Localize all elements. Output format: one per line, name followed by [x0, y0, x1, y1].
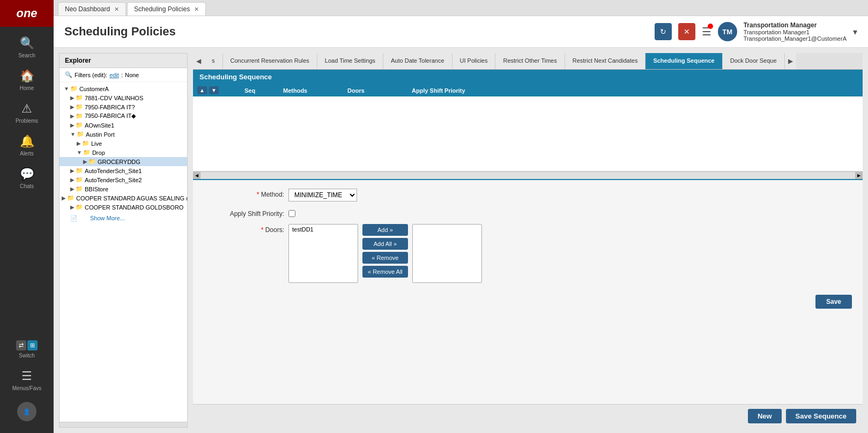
- expand-austin[interactable]: ▼: [70, 131, 76, 137]
- seq-sort-down-btn[interactable]: ▼: [209, 86, 219, 94]
- scroll-right-btn[interactable]: ▶: [855, 172, 863, 179]
- folder-icon-cooper2: 📁: [76, 204, 83, 211]
- sidebar-item-problems[interactable]: ⚠ Problems: [0, 96, 54, 129]
- sidebar-item-home[interactable]: 🏠 Home: [0, 64, 54, 96]
- tree-item-cooper1[interactable]: ▶ 📁 COOPER STANDARD AGUAS SEALING (:: [60, 193, 187, 203]
- seq-sort-up-btn[interactable]: ▲: [197, 86, 207, 94]
- sidebar-item-user-avatar[interactable]: 👤: [0, 397, 54, 427]
- h-scroll-track[interactable]: [201, 172, 855, 179]
- sidebar-item-switch[interactable]: ⇄ ⊞ Switch: [0, 335, 54, 364]
- tree-item-customerA[interactable]: ▼ 📁 CustomerA: [60, 84, 187, 93]
- expand-7881[interactable]: ▶: [70, 95, 75, 101]
- expand-autotender1[interactable]: ▶: [70, 168, 75, 174]
- tab-scheduling-policies[interactable]: Scheduling Policies ✕: [127, 2, 206, 16]
- tab-arrow-left[interactable]: ◀: [193, 53, 204, 69]
- add-all-button[interactable]: Add All »: [362, 238, 408, 250]
- tree-item-showmore[interactable]: 📄 Show More...: [60, 212, 187, 225]
- sidebar-item-menus[interactable]: ☰ Menus/Favs: [0, 364, 54, 397]
- expand-groceryddg[interactable]: ▶: [83, 159, 87, 165]
- doors-label-text: Doors:: [265, 226, 284, 234]
- tree-item-7950it2[interactable]: ▶ 📁 7950-FABRICA IT◆: [60, 111, 187, 121]
- right-panel: ◀ s Concurrent Reservation Rules Load Ti…: [193, 53, 863, 428]
- expand-customerA[interactable]: ▼: [64, 86, 69, 92]
- tab-load-time[interactable]: Load Time Settings: [317, 53, 383, 69]
- tab-auto-date[interactable]: Auto Date Tolerance: [383, 53, 452, 69]
- folder-icon-drop: 📁: [83, 149, 91, 156]
- save-sequence-button[interactable]: Save Sequence: [786, 409, 856, 423]
- menus-icon: ☰: [21, 369, 32, 383]
- show-more-label[interactable]: Show More...: [79, 213, 136, 223]
- tree-item-autotender2[interactable]: ▶ 📁 AutoTenderSch_Site2: [60, 175, 187, 184]
- shift-priority-checkbox[interactable]: [288, 210, 295, 217]
- tree-item-7881[interactable]: ▶ 📁 7881-CDV VALINHOS: [60, 93, 187, 102]
- search-icon: 🔍: [20, 36, 34, 50]
- tab-restrict-other[interactable]: Restrict Other Times: [495, 53, 565, 69]
- folder-icon-7950it2: 📁: [76, 113, 83, 120]
- browser-tabs: Neo Dashboard ✕ Scheduling Policies ✕: [54, 0, 868, 16]
- tab-scheduling-seq[interactable]: Scheduling Sequence: [646, 53, 722, 69]
- tab-arrow-right[interactable]: ▶: [785, 53, 796, 69]
- user-bottom-avatar: 👤: [17, 402, 36, 421]
- sidebar-bottom: ⇄ ⊞ Switch ☰ Menus/Favs 👤: [0, 335, 54, 433]
- tree-item-aownsite1[interactable]: ▶ 📁 AOwnSite1: [60, 121, 187, 130]
- expand-aownsite1[interactable]: ▶: [70, 122, 75, 128]
- tab-neo-dashboard[interactable]: Neo Dashboard ✕: [58, 2, 126, 16]
- expand-drop[interactable]: ▼: [77, 150, 82, 155]
- folder-icon-autotender2: 📁: [76, 176, 83, 183]
- explorer-scroll[interactable]: [60, 422, 187, 427]
- tree-item-bbistore[interactable]: ▶ 📁 BBIStore: [60, 184, 187, 193]
- tree-label-live: Live: [91, 140, 102, 147]
- form-save-button[interactable]: Save: [815, 295, 852, 309]
- tree-item-groceryddg[interactable]: ▶ 📁 GROCERYDDG: [60, 157, 187, 166]
- remove-all-button[interactable]: « Remove All: [362, 266, 408, 278]
- filter-edit-link[interactable]: edit: [109, 72, 119, 78]
- tree-item-drop[interactable]: ▼ 📁 Drop: [60, 148, 187, 157]
- user-dropdown-icon[interactable]: ▾: [853, 27, 857, 37]
- refresh-button[interactable]: ↻: [655, 23, 672, 40]
- notification-badge[interactable]: ☰: [702, 25, 711, 38]
- expand-bbistore[interactable]: ▶: [70, 186, 75, 192]
- app-header: Scheduling Policies ↻ ✕ ☰ TM Transportat…: [54, 16, 868, 48]
- tab-dock-door[interactable]: Dock Door Seque: [723, 53, 785, 69]
- tree-item-cooper2[interactable]: ▶ 📁 COOPER STANDARD GOLDSBORO: [60, 203, 187, 212]
- tab-scheduling-policies-close[interactable]: ✕: [194, 6, 199, 13]
- tree-label-7950it: 7950-FABRICA IT?: [85, 104, 135, 110]
- sidebar-item-chats[interactable]: 💬 Chats: [0, 162, 54, 195]
- new-button[interactable]: New: [748, 409, 782, 423]
- expand-7950it[interactable]: ▶: [70, 104, 75, 110]
- sidebar-item-alerts[interactable]: 🔔 Alerts: [0, 129, 54, 162]
- remove-button[interactable]: « Remove: [362, 252, 408, 264]
- filter-icon: 🔍: [65, 71, 72, 78]
- doors-available-listbox[interactable]: testDD1: [288, 224, 358, 283]
- tab-s[interactable]: s: [204, 53, 223, 69]
- expand-cooper1[interactable]: ▶: [62, 195, 66, 201]
- sidebar-item-search[interactable]: 🔍 Search: [0, 31, 54, 64]
- logo-text: one: [16, 6, 37, 20]
- tab-restrict-next[interactable]: Restrict Next Candidates: [565, 53, 646, 69]
- expand-cooper2[interactable]: ▶: [70, 204, 75, 210]
- doors-selected-listbox[interactable]: [412, 224, 482, 283]
- close-button[interactable]: ✕: [678, 23, 695, 40]
- expand-autotender2[interactable]: ▶: [70, 177, 75, 183]
- doors-section: testDD1 Add » Add All » « Remove « Remov…: [288, 224, 482, 283]
- user-bottom-icon: 👤: [23, 408, 31, 415]
- tree-item-autotender1[interactable]: ▶ 📁 AutoTenderSch_Site1: [60, 166, 187, 175]
- folder-icon-cooper1: 📁: [67, 195, 75, 201]
- doc-icon: 📄: [70, 215, 78, 222]
- tab-ui-policies[interactable]: UI Policies: [452, 53, 496, 69]
- tab-neo-dashboard-close[interactable]: ✕: [114, 6, 119, 13]
- tree-item-7950it[interactable]: ▶ 📁 7950-FABRICA IT?: [60, 102, 187, 111]
- add-button[interactable]: Add »: [362, 224, 408, 236]
- tab-neo-dashboard-label: Neo Dashboard: [65, 5, 110, 13]
- method-select[interactable]: MINIMIZE_TIME MAXIMIZE_TIME FIFO LIFO: [288, 189, 357, 201]
- tab-concurrent[interactable]: Concurrent Reservation Rules: [223, 53, 317, 69]
- tree-item-live[interactable]: ▶ 📁 Live: [60, 139, 187, 148]
- tree-label-7881: 7881-CDV VALINHOS: [85, 95, 143, 101]
- tree-label-groceryddg: GROCERYDDG: [98, 159, 140, 165]
- expand-live[interactable]: ▶: [77, 140, 81, 146]
- scroll-left-btn[interactable]: ◀: [193, 172, 201, 179]
- tab-restrict-other-label: Restrict Other Times: [503, 57, 557, 64]
- tree-item-austin[interactable]: ▼ 📁 Austin Port: [60, 130, 187, 139]
- notification-dot: [708, 24, 713, 29]
- expand-7950it2[interactable]: ▶: [70, 113, 75, 119]
